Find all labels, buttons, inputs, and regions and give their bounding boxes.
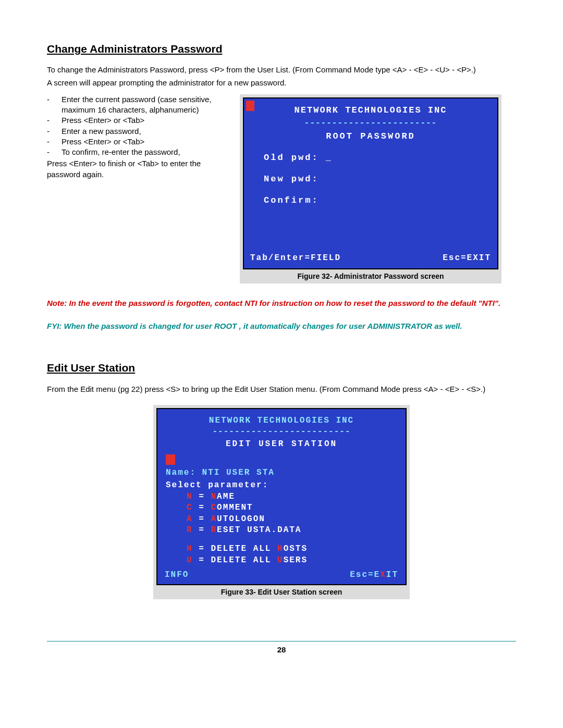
crt2-footer-left: INFO	[165, 570, 189, 581]
figure33-caption: Figure 33- Edit User Station screen	[156, 587, 407, 597]
section1-heading: Change Administrators Password	[47, 42, 516, 56]
section2-intro: From the Edit menu (pg 22) press <S> to …	[47, 384, 516, 394]
admin-password-screen: NETWORK TECHNOLOGIES INC ---------------…	[243, 97, 498, 269]
section1-afterlist: Press <Enter> to finish or <Tab> to ente…	[47, 158, 235, 180]
crt2-footer-right: Esc=EXIT	[350, 570, 398, 581]
old-pwd-field: Old pwd: _	[264, 152, 488, 164]
crt2-select-line: Select parameter:	[166, 480, 397, 491]
menu-autologon: A = AUTOLOGON	[166, 514, 397, 525]
crt2-company: NETWORK TECHNOLOGIES INC	[166, 415, 397, 427]
page-number: 28	[47, 645, 516, 655]
cursor-icon	[246, 101, 254, 111]
crt1-footer-left: Tab/Enter=FIELD	[250, 253, 341, 264]
crt1-footer-right: Esc=EXIT	[443, 253, 491, 264]
edit-user-station-screen: NETWORK TECHNOLOGIES INC ---------------…	[156, 408, 407, 585]
note-teal: FYI: When the password is changed for us…	[47, 321, 516, 331]
menu-delete-users: U = DELETE ALL USERS	[166, 555, 397, 566]
crt1-company: NETWORK TECHNOLOGIES INC	[253, 105, 488, 117]
bullet-text: Press <Enter> or <Tab>	[62, 115, 144, 126]
crt1-title: ROOT PASSWORD	[253, 131, 488, 143]
menu-delete-hosts: H = DELETE ALL HOSTS	[166, 544, 397, 555]
bullet-text: Press <Enter> or <Tab>	[62, 137, 144, 147]
confirm-pwd-field: Confirm:	[264, 195, 488, 207]
bullet-text: Enter a new password,	[62, 126, 141, 137]
bullet-text: To confirm, re-enter the password,	[62, 147, 180, 157]
section1-intro2: A screen will appear prompting the admin…	[47, 78, 516, 88]
figure32: NETWORK TECHNOLOGIES INC ---------------…	[240, 94, 501, 283]
bullet-text: Enter the current password (case sensiti…	[62, 94, 235, 116]
section1-steps: -Enter the current password (case sensit…	[47, 94, 235, 158]
footer-rule	[47, 641, 516, 641]
menu-reset: R = RESET USTA.DATA	[166, 525, 397, 536]
menu-comment: C = COMMENT	[166, 502, 397, 514]
crt2-name-line: Name: NTI USER STA	[166, 467, 397, 479]
menu-name: N = NAME	[166, 491, 397, 503]
section2-heading: Edit User Station	[47, 361, 516, 375]
note-red: Note: In the event the password is forgo…	[47, 298, 516, 309]
figure33: NETWORK TECHNOLOGIES INC ---------------…	[153, 405, 410, 599]
new-pwd-field: New pwd:	[264, 174, 488, 186]
cursor-icon	[166, 454, 175, 465]
section1-intro1: To change the Administrators Password, p…	[47, 65, 516, 75]
crt1-dashes: ------------------------	[253, 118, 488, 129]
crt2-title: EDIT USER STATION	[166, 439, 397, 450]
figure32-caption: Figure 32- Administrator Password screen	[243, 272, 498, 281]
crt2-dashes: -------------------------	[166, 426, 397, 438]
